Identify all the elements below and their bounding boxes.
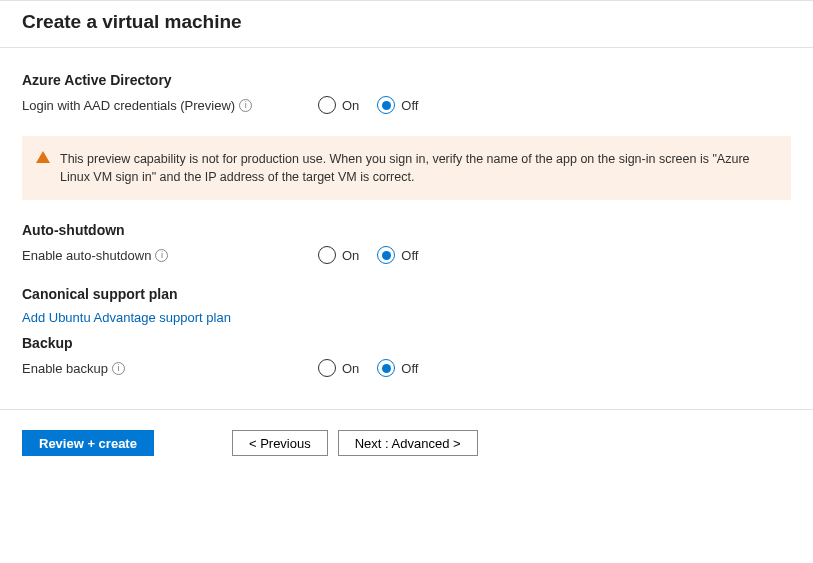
- autoshutdown-field-label-text: Enable auto-shutdown: [22, 248, 151, 263]
- radio-icon: [377, 246, 395, 264]
- info-icon[interactable]: i: [112, 362, 125, 375]
- radio-label-on: On: [342, 361, 359, 376]
- autoshutdown-heading: Auto-shutdown: [22, 222, 791, 238]
- previous-button[interactable]: < Previous: [232, 430, 328, 456]
- radio-label-off: Off: [401, 361, 418, 376]
- canonical-heading: Canonical support plan: [22, 286, 791, 302]
- aad-radio-on[interactable]: On: [318, 96, 359, 114]
- radio-icon: [318, 246, 336, 264]
- next-advanced-button[interactable]: Next : Advanced >: [338, 430, 478, 456]
- info-icon[interactable]: i: [155, 249, 168, 262]
- autoshutdown-radio-off[interactable]: Off: [377, 246, 418, 264]
- aad-heading: Azure Active Directory: [22, 72, 791, 88]
- alert-text: This preview capability is not for produ…: [60, 150, 773, 186]
- radio-label-off: Off: [401, 248, 418, 263]
- page-title: Create a virtual machine: [22, 11, 791, 33]
- radio-label-on: On: [342, 248, 359, 263]
- backup-radio-on[interactable]: On: [318, 359, 359, 377]
- radio-icon: [318, 96, 336, 114]
- info-icon[interactable]: i: [239, 99, 252, 112]
- preview-warning-alert: This preview capability is not for produ…: [22, 136, 791, 200]
- backup-radio-off[interactable]: Off: [377, 359, 418, 377]
- add-ubuntu-advantage-link[interactable]: Add Ubuntu Advantage support plan: [22, 310, 231, 325]
- radio-icon: [377, 96, 395, 114]
- radio-label-on: On: [342, 98, 359, 113]
- review-create-button[interactable]: Review + create: [22, 430, 154, 456]
- backup-field-label-text: Enable backup: [22, 361, 108, 376]
- aad-field-label: Login with AAD credentials (Preview) i: [22, 98, 298, 113]
- warning-icon: [36, 151, 50, 163]
- autoshutdown-radio-on[interactable]: On: [318, 246, 359, 264]
- backup-heading: Backup: [22, 335, 791, 351]
- aad-radio-off[interactable]: Off: [377, 96, 418, 114]
- backup-field-label: Enable backup i: [22, 361, 298, 376]
- autoshutdown-field-label: Enable auto-shutdown i: [22, 248, 298, 263]
- radio-icon: [377, 359, 395, 377]
- aad-field-label-text: Login with AAD credentials (Preview): [22, 98, 235, 113]
- radio-icon: [318, 359, 336, 377]
- radio-label-off: Off: [401, 98, 418, 113]
